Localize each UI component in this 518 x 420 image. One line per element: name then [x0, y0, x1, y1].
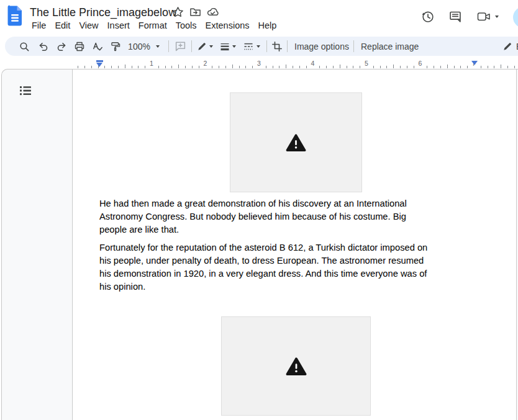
menu-insert[interactable]: Insert [103, 19, 134, 32]
toolbar: 100% Im [5, 37, 518, 56]
right-indent-marker[interactable] [471, 61, 478, 65]
text-line[interactable]: his people, under penalty of death, to d… [99, 254, 497, 267]
menu-format[interactable]: Format [134, 19, 171, 32]
menu-file[interactable]: File [27, 19, 50, 32]
show-document-outline-icon[interactable] [19, 84, 32, 97]
edit-mode-pencil-icon[interactable] [502, 37, 513, 56]
app-header: The Little Prince_imagebelow File Edit V… [0, 0, 518, 34]
star-icon[interactable] [172, 6, 184, 18]
google-docs-logo-icon[interactable] [7, 5, 23, 26]
search-icon[interactable] [19, 37, 30, 56]
text-line[interactable]: people are like that. [99, 223, 497, 236]
paragraph[interactable]: Fortunately for the reputation of the as… [99, 241, 497, 293]
ruler-number: 5 [365, 60, 368, 67]
text-line[interactable]: his opinion. [99, 280, 497, 293]
ruler-number: 6 [419, 60, 422, 67]
menu-help[interactable]: Help [254, 19, 281, 32]
toolbar-separator [191, 40, 192, 52]
menu-edit[interactable]: Edit [50, 19, 75, 32]
zoom-select[interactable]: 100% [127, 37, 152, 56]
image-options-button[interactable]: Image options [294, 37, 349, 56]
document-title[interactable]: The Little Prince_imagebelow [30, 6, 176, 19]
menu-bar: File Edit View Insert Format Tools Exten… [27, 19, 281, 32]
text-line[interactable]: Fortunately for the reputation of the as… [99, 241, 497, 254]
border-color-caret-icon[interactable] [209, 37, 214, 56]
version-history-icon[interactable] [421, 10, 435, 24]
ruler-number: 1 [150, 60, 153, 67]
border-weight-caret-icon[interactable] [232, 37, 237, 56]
video-call-icon[interactable] [477, 11, 491, 24]
ruler-number: 3 [257, 60, 261, 67]
spell-check-icon[interactable] [92, 37, 103, 56]
add-comment-icon [175, 37, 186, 56]
video-call-dropdown-caret-icon[interactable] [495, 16, 499, 18]
warning-triangle-icon [286, 133, 306, 152]
ruler: 1 2 3 4 5 6 7 [0, 56, 518, 69]
border-color-icon[interactable] [197, 37, 207, 56]
share-button[interactable] [513, 7, 518, 28]
paint-format-icon[interactable] [110, 37, 121, 56]
text-line[interactable]: his demonstration in 1920, in a very ele… [99, 267, 497, 280]
document-page[interactable]: He had then made a great demonstration o… [72, 69, 517, 420]
text-line[interactable]: He had then made a great demonstration o… [99, 197, 497, 210]
print-icon[interactable] [74, 37, 85, 56]
text-line[interactable]: Astronomy Congress. But nobody believed … [99, 210, 497, 223]
ruler-number: 2 [204, 60, 207, 67]
menu-view[interactable]: View [75, 19, 102, 32]
undo-icon[interactable] [37, 37, 49, 56]
redo-icon[interactable] [56, 37, 68, 56]
menu-tools[interactable]: Tools [171, 19, 201, 32]
warning-triangle-icon [286, 357, 307, 376]
zoom-dropdown-caret-icon[interactable] [155, 37, 160, 56]
replace-image-button[interactable]: Replace image [361, 37, 419, 56]
toolbar-separator [266, 40, 267, 52]
cloud-saved-icon[interactable] [207, 6, 219, 18]
left-indent-marker[interactable] [96, 60, 103, 67]
border-dash-icon[interactable] [243, 37, 253, 56]
comments-icon[interactable] [448, 10, 462, 24]
ruler-number: 4 [311, 60, 315, 67]
border-dash-caret-icon[interactable] [256, 37, 261, 56]
broken-image-placeholder[interactable] [230, 92, 362, 192]
border-weight-icon[interactable] [220, 37, 230, 56]
document-canvas: He had then made a great demonstration o… [1, 69, 518, 420]
move-folder-icon[interactable] [189, 6, 201, 18]
menu-extensions[interactable]: Extensions [201, 19, 254, 32]
broken-image-placeholder[interactable] [221, 316, 371, 416]
paragraph[interactable]: He had then made a great demonstration o… [99, 197, 497, 236]
toolbar-separator [168, 40, 169, 52]
crop-icon[interactable] [271, 37, 283, 56]
first-line-indent-marker[interactable] [96, 60, 103, 62]
toolbar-separator [353, 40, 354, 52]
toolbar-separator [287, 40, 288, 52]
